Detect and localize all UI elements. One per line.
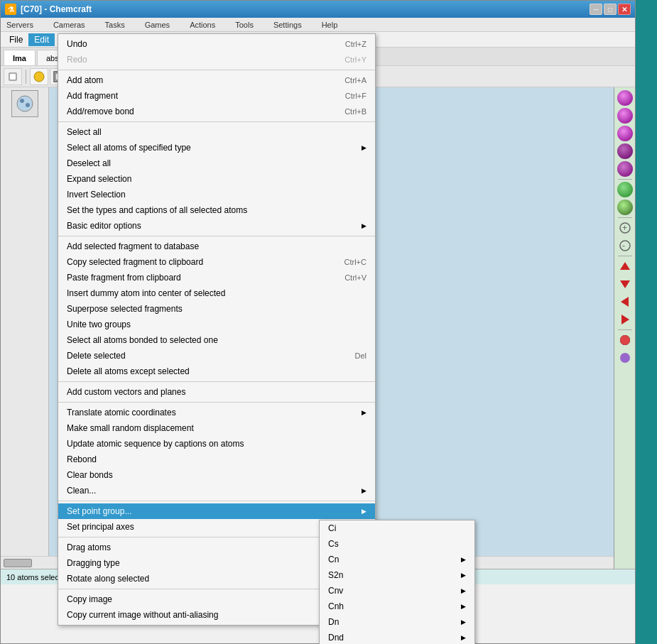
sidebar-zoom-in-btn[interactable]: + xyxy=(617,220,633,236)
edit-expand-selection[interactable]: Expand selection xyxy=(58,171,375,187)
pg-cnv[interactable]: Cnv ▶ xyxy=(320,583,474,599)
edit-add-to-database-label: Add selected fragment to database xyxy=(67,241,366,251)
edit-redo[interactable]: Redo Ctrl+Y xyxy=(58,52,375,67)
sidebar-btn-5[interactable] xyxy=(617,161,633,177)
edit-add-fragment[interactable]: Add fragment Ctrl+F xyxy=(58,88,375,104)
app-menu-cameras[interactable]: Cameras xyxy=(50,21,88,29)
app-menu-servers[interactable]: Servers xyxy=(4,21,36,29)
main-window: ⚗ [C70] - Chemcraft ─ □ ✕ Servers Camera… xyxy=(0,0,636,644)
toolbar-yellow-circle[interactable] xyxy=(30,68,48,85)
sidebar-btn-green-1[interactable] xyxy=(617,182,633,197)
left-panel-icon[interactable] xyxy=(11,90,38,117)
scrollbar-thumb[interactable] xyxy=(4,559,32,567)
svg-marker-26 xyxy=(621,315,629,324)
pg-cn-label: Cn xyxy=(328,555,455,564)
edit-clear-bonds[interactable]: Clear bonds xyxy=(58,467,375,483)
edit-update-sequence-label: Update atomic sequence by captions on at… xyxy=(67,439,366,449)
pg-cnv-label: Cnv xyxy=(328,586,455,596)
minimize-button[interactable]: ─ xyxy=(590,4,602,15)
maximize-button[interactable]: □ xyxy=(604,4,617,15)
toolbar-icon-btn[interactable] xyxy=(4,68,22,85)
edit-basic-editor-options[interactable]: Basic editor options ▶ xyxy=(58,218,375,234)
edit-paste-fragment[interactable]: Paste fragment from clipboard Ctrl+V xyxy=(58,270,375,285)
edit-undo[interactable]: Undo Ctrl+Z xyxy=(58,36,375,52)
pg-cn[interactable]: Cn ▶ xyxy=(320,552,474,567)
sidebar-purple-circle-btn[interactable] xyxy=(617,350,633,366)
pg-dnd[interactable]: Dnd ▶ xyxy=(320,630,474,644)
app-menu-games[interactable]: Games xyxy=(142,21,173,29)
edit-set-point-group[interactable]: Set point group... ▶ xyxy=(58,503,375,519)
toolbar-separator-1 xyxy=(26,70,26,84)
edit-delete-selected[interactable]: Delete selected Del xyxy=(58,348,375,364)
title-bar-left: ⚗ [C70] - Chemcraft xyxy=(5,4,92,15)
app-menu-help[interactable]: Help xyxy=(319,21,341,29)
pg-ci-label: Ci xyxy=(328,523,466,533)
pg-cs-label: Cs xyxy=(328,539,466,549)
sidebar-down-btn[interactable] xyxy=(617,276,633,292)
app-menu-settings[interactable]: Settings xyxy=(271,21,305,29)
edit-add-atom[interactable]: Add atom Ctrl+A xyxy=(58,72,375,88)
edit-delete-except[interactable]: Delete all atoms except selected xyxy=(58,364,375,379)
edit-update-sequence[interactable]: Update atomic sequence by captions on at… xyxy=(58,436,375,452)
edit-set-types-captions[interactable]: Set the types and captions of all select… xyxy=(58,202,375,218)
sidebar-btn-green-2[interactable] xyxy=(617,200,633,215)
sidebar-btn-3[interactable] xyxy=(617,126,633,141)
edit-basic-editor-options-label: Basic editor options xyxy=(67,221,356,231)
menu-file[interactable]: File xyxy=(4,33,28,46)
svg-point-16 xyxy=(17,96,33,111)
pg-cnh-label: Cnh xyxy=(328,601,455,611)
edit-drag-atoms-label: Drag atoms xyxy=(67,542,344,552)
point-group-submenu[interactable]: Ci Cs Cn ▶ S2n ▶ Cnv ▶ Cnh ▶ Dn xyxy=(319,520,475,644)
edit-clean-label: Clean... xyxy=(67,486,356,496)
close-button[interactable]: ✕ xyxy=(618,4,631,15)
svg-point-18 xyxy=(26,103,30,107)
sidebar-btn-2[interactable] xyxy=(617,108,633,124)
tab-ima[interactable]: Ima xyxy=(4,50,36,65)
edit-paste-fragment-shortcut: Ctrl+V xyxy=(344,273,366,282)
edit-translate[interactable]: Translate atomic coordinates ▶ xyxy=(58,405,375,420)
edit-copy-fragment[interactable]: Copy selected fragment to clipboard Ctrl… xyxy=(58,254,375,270)
pg-dn[interactable]: Dn ▶ xyxy=(320,614,474,630)
sidebar-zoom-out-btn[interactable]: - xyxy=(617,238,633,253)
edit-add-remove-bond[interactable]: Add/remove bond Ctrl+B xyxy=(58,104,375,119)
pg-ci[interactable]: Ci xyxy=(320,520,474,536)
sidebar-separator-1 xyxy=(618,179,632,180)
edit-add-to-database[interactable]: Add selected fragment to database xyxy=(58,239,375,254)
edit-unite-groups-label: Unite two groups xyxy=(67,320,366,329)
sidebar-separator-2 xyxy=(618,217,632,218)
edit-clean[interactable]: Clean... ▶ xyxy=(58,483,375,498)
edit-select-bonded[interactable]: Select all atoms bonded to selected one xyxy=(58,332,375,348)
edit-rebond[interactable]: Rebond xyxy=(58,452,375,467)
sidebar-btn-1[interactable] xyxy=(617,90,633,106)
edit-insert-dummy[interactable]: Insert dummy atom into center of selecte… xyxy=(58,285,375,301)
sidebar-left-btn[interactable] xyxy=(617,294,633,310)
app-menubar: Servers Cameras Tasks Games Actions Tool… xyxy=(1,18,635,32)
app-menu-tools[interactable]: Tools xyxy=(232,21,256,29)
edit-deselect-all[interactable]: Deselect all xyxy=(58,155,375,171)
pg-cnh[interactable]: Cnh ▶ xyxy=(320,599,474,614)
edit-select-type[interactable]: Select all atoms of specified type ▶ xyxy=(58,140,375,155)
pg-dnd-arrow: ▶ xyxy=(461,634,466,641)
sidebar-red-circle-btn[interactable] xyxy=(617,332,633,348)
sidebar-right-btn[interactable] xyxy=(617,312,633,327)
edit-unite-groups[interactable]: Unite two groups xyxy=(58,317,375,332)
edit-random-displacement[interactable]: Make small random displacement xyxy=(58,420,375,436)
sidebar-up-btn[interactable] xyxy=(617,258,633,274)
edit-add-fragment-shortcut: Ctrl+F xyxy=(345,92,366,100)
pg-s2n[interactable]: S2n ▶ xyxy=(320,567,474,583)
edit-superpose[interactable]: Superpose selected fragments xyxy=(58,301,375,317)
edit-copy-fragment-shortcut: Ctrl+C xyxy=(344,258,366,266)
edit-add-vectors[interactable]: Add custom vectors and planes xyxy=(58,384,375,400)
edit-select-all[interactable]: Select all xyxy=(58,124,375,140)
pg-cs[interactable]: Cs xyxy=(320,536,474,552)
sidebar-btn-4[interactable] xyxy=(617,143,633,159)
edit-select-all-label: Select all xyxy=(67,127,366,137)
edit-set-point-group-label: Set point group... xyxy=(67,506,356,516)
edit-basic-editor-options-arrow: ▶ xyxy=(362,222,366,229)
pg-s2n-arrow: ▶ xyxy=(461,572,466,579)
app-menu-actions[interactable]: Actions xyxy=(187,21,218,29)
app-menu-tasks[interactable]: Tasks xyxy=(102,21,128,29)
edit-delete-selected-shortcut: Del xyxy=(354,351,366,360)
edit-invert-selection[interactable]: Invert Selection xyxy=(58,187,375,202)
menu-edit[interactable]: Edit xyxy=(28,33,55,46)
